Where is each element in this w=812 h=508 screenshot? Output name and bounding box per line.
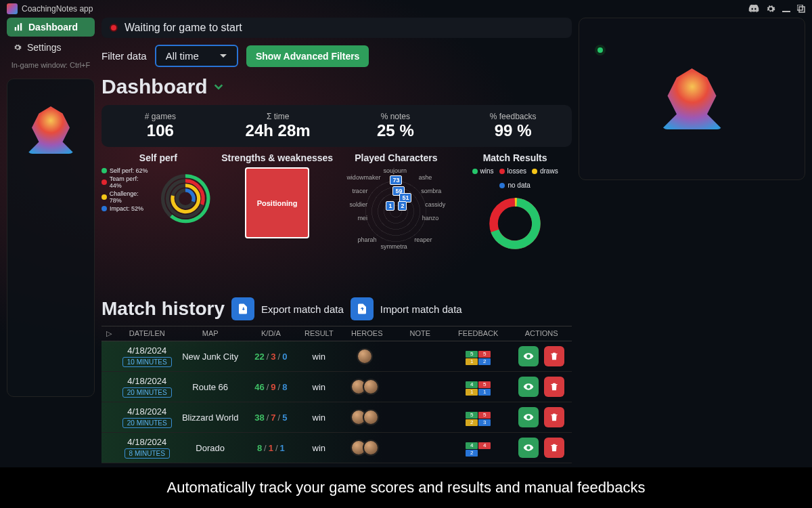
nav-dashboard-label: Dashboard bbox=[28, 22, 78, 33]
row-length-badge: 10 MINUTES bbox=[122, 357, 172, 367]
col-heroes[interactable]: HEROES bbox=[339, 329, 394, 338]
view-button[interactable] bbox=[518, 377, 539, 397]
eye-icon bbox=[523, 412, 534, 423]
delete-button[interactable] bbox=[544, 407, 564, 427]
col-kda[interactable]: K/D/A bbox=[243, 329, 298, 338]
maximize-icon[interactable] bbox=[797, 5, 805, 13]
indicator-dot-icon bbox=[595, 45, 606, 56]
hero-avatar bbox=[357, 348, 373, 364]
row-date: 4/18/2024 bbox=[116, 406, 177, 417]
row-result: win bbox=[298, 443, 339, 453]
advanced-filters-button[interactable]: Show Advanced Filters bbox=[246, 45, 369, 67]
view-button[interactable] bbox=[518, 346, 539, 366]
svg-rect-0 bbox=[782, 11, 790, 12]
eye-icon bbox=[523, 381, 534, 392]
row-kda: 38/7/5 bbox=[243, 412, 298, 423]
page-title: Dashboard bbox=[102, 75, 572, 98]
hero-avatar bbox=[363, 409, 379, 425]
table-row[interactable]: 4/18/2024 8 MINUTES Dorado 8/1/1 win 442 bbox=[102, 433, 572, 463]
trash-icon bbox=[549, 352, 559, 361]
table-row[interactable]: 4/18/2024 20 MINUTES Route 66 46/9/8 win… bbox=[102, 372, 572, 402]
right-logo-card bbox=[579, 18, 805, 180]
caption-bar: Automatically track your game scores and… bbox=[0, 467, 812, 508]
nav-dashboard[interactable]: Dashboard bbox=[7, 18, 95, 37]
row-date: 4/18/2024 bbox=[116, 376, 177, 386]
table-row[interactable]: 4/18/2024 20 MINUTES Blizzard World 38/7… bbox=[102, 402, 572, 433]
row-feedback: 4511 bbox=[445, 378, 511, 396]
col-result[interactable]: RESULT bbox=[298, 329, 339, 338]
export-link[interactable]: Export match data bbox=[261, 303, 344, 315]
svg-rect-2 bbox=[799, 7, 805, 12]
discord-icon[interactable] bbox=[748, 3, 759, 14]
stat-games-value: 106 bbox=[102, 121, 219, 140]
chevron-down-icon bbox=[219, 52, 227, 60]
svg-rect-4 bbox=[18, 25, 19, 31]
import-button[interactable] bbox=[351, 297, 374, 320]
trash-icon bbox=[549, 412, 559, 422]
nav-settings-label: Settings bbox=[27, 42, 62, 53]
status-bar: Waiting for game to start bbox=[102, 18, 572, 38]
row-result: win bbox=[298, 352, 339, 362]
sidebar: Dashboard Settings In-game window: Ctrl+… bbox=[7, 18, 95, 465]
match-results-legend: wins losses draws no data bbox=[458, 167, 572, 190]
hero-avatar bbox=[363, 379, 379, 395]
row-map: Dorado bbox=[177, 443, 243, 453]
col-feedback[interactable]: FEEDBACK bbox=[445, 329, 511, 338]
col-map[interactable]: MAP bbox=[177, 329, 243, 338]
col-actions[interactable]: ACTIONS bbox=[511, 329, 572, 338]
stat-feedbacks-label: % feedbacks bbox=[454, 112, 572, 121]
minimize-icon[interactable] bbox=[782, 5, 790, 13]
row-heroes bbox=[339, 348, 394, 364]
app-title: CoachingNotes app bbox=[22, 4, 93, 14]
gear-icon bbox=[14, 43, 22, 51]
time-range-select[interactable]: All time bbox=[155, 45, 238, 67]
row-length-badge: 20 MINUTES bbox=[122, 418, 172, 428]
chevron-down-icon[interactable] bbox=[213, 81, 224, 92]
panel-played-chars-title: Played Characters bbox=[340, 152, 453, 163]
sidebar-logo-card bbox=[7, 79, 95, 397]
trash-icon bbox=[549, 443, 559, 452]
import-icon bbox=[356, 303, 368, 315]
match-history-title: Match history bbox=[102, 298, 225, 320]
svg-rect-5 bbox=[20, 23, 22, 30]
row-heroes bbox=[339, 440, 394, 456]
view-button[interactable] bbox=[518, 407, 539, 427]
delete-button[interactable] bbox=[544, 346, 564, 366]
stat-notes-label: % notes bbox=[337, 112, 455, 121]
view-button[interactable] bbox=[518, 438, 539, 458]
svg-rect-3 bbox=[15, 27, 16, 30]
row-kda: 46/9/8 bbox=[243, 382, 298, 392]
self-perf-legend: Self perf: 62% Team perf: 44% Challenge:… bbox=[102, 167, 152, 242]
positioning-card[interactable]: Positioning bbox=[245, 167, 309, 238]
export-icon bbox=[237, 303, 249, 315]
export-button[interactable] bbox=[231, 297, 254, 320]
stats-card: # games106 Σ time24h 28m % notes25 % % f… bbox=[102, 105, 572, 147]
stat-games-label: # games bbox=[102, 112, 219, 121]
col-note[interactable]: NOTE bbox=[394, 329, 445, 338]
stat-feedbacks-value: 99 % bbox=[454, 121, 572, 140]
col-date[interactable]: DATE/LEN bbox=[116, 329, 177, 338]
row-length-badge: 8 MINUTES bbox=[125, 448, 170, 459]
delete-button[interactable] bbox=[544, 377, 564, 397]
row-kda: 22/3/0 bbox=[243, 352, 298, 362]
stat-notes-value: 25 % bbox=[337, 121, 455, 140]
row-result: win bbox=[298, 412, 339, 423]
delete-button[interactable] bbox=[544, 438, 564, 458]
nav-settings[interactable]: Settings bbox=[7, 38, 95, 57]
col-play[interactable]: ▷ bbox=[102, 329, 116, 338]
table-row[interactable]: 4/18/2024 10 MINUTES New Junk City 22/3/… bbox=[102, 341, 572, 372]
row-feedback: 5523 bbox=[445, 408, 511, 426]
gear-icon[interactable] bbox=[766, 4, 775, 14]
row-heroes bbox=[339, 409, 394, 425]
panel-match-results-title: Match Results bbox=[458, 152, 572, 163]
panel-strengths-title: Strengths & weaknesses bbox=[221, 152, 334, 163]
radar-chart: soujourn ashe sombra cassidy hanzo reape… bbox=[345, 167, 447, 255]
svg-rect-1 bbox=[797, 5, 803, 10]
stat-time-label: Σ time bbox=[219, 112, 337, 121]
filter-label: Filter data bbox=[102, 50, 147, 62]
import-link[interactable]: Import match data bbox=[380, 303, 462, 315]
time-range-value: All time bbox=[166, 50, 199, 62]
row-feedback: 442 bbox=[445, 439, 511, 457]
self-perf-chart bbox=[156, 167, 215, 242]
eye-icon bbox=[523, 442, 534, 453]
